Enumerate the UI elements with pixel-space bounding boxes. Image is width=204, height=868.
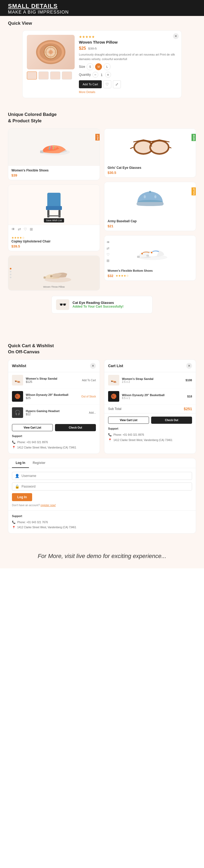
quantity-increase[interactable]: + bbox=[105, 72, 111, 78]
wishlist-item-3: 🎧 Hyperx Gaming Headset $12 Add... bbox=[8, 405, 100, 421]
product-side-icons: 👁 ⇄ ♡ ⊞ bbox=[106, 240, 110, 263]
heart-icon[interactable]: ♡ bbox=[24, 227, 27, 231]
bottom-shoes-illustration bbox=[133, 241, 170, 262]
username-input[interactable] bbox=[22, 474, 189, 478]
heart-icon2[interactable]: ♡ bbox=[106, 253, 110, 256]
glasses-name: Girls' Cat Eye Glasses bbox=[108, 166, 193, 169]
right-product-column: NEW Girls' Cat Eye Glasses $30.5 bbox=[104, 128, 196, 290]
cart-checkout-button[interactable]: Check Out bbox=[151, 416, 192, 424]
product-rating: ★★★★★ bbox=[79, 35, 177, 39]
svg-line-24 bbox=[169, 147, 171, 149]
eye-icon[interactable]: 👁 bbox=[106, 240, 110, 244]
wishlist-item-3-action[interactable]: Add... bbox=[89, 411, 96, 414]
cart-icon[interactable]: ⊞ bbox=[30, 227, 33, 231]
support-address: 1412 Clarke Street West, Vandenberg (CA)… bbox=[17, 445, 76, 450]
toast-product-icon: 🕶️ bbox=[56, 299, 69, 310]
quantity-decrease[interactable]: − bbox=[93, 72, 98, 78]
wishlist-item-1-action[interactable]: Add To Cart bbox=[82, 379, 96, 382]
shoes-info: Women's Flexible Shoes $39 bbox=[8, 166, 100, 180]
add-to-cart-button[interactable]: Add To Cart bbox=[79, 80, 102, 88]
cart-item-1-name: Women's Strap Sandal bbox=[122, 377, 183, 380]
quantity-selector: Quantity − 1 + bbox=[79, 72, 177, 78]
cart-icon2[interactable]: ⊞ bbox=[106, 259, 110, 263]
products-grid: HOT Women's Flexible Shoes $39 bbox=[8, 128, 196, 290]
nav-dot-active[interactable] bbox=[10, 268, 11, 269]
thumbnail-2[interactable] bbox=[38, 71, 48, 80]
chair-illustration bbox=[41, 190, 67, 219]
thumbnail-1[interactable] bbox=[27, 71, 37, 80]
wishlist-close-button[interactable]: ✕ bbox=[90, 363, 96, 369]
nav-dot-3[interactable] bbox=[10, 277, 11, 278]
product-old-price: $30.5 bbox=[88, 46, 97, 51]
size-l[interactable]: L bbox=[104, 63, 110, 70]
wishlist-title: Wishlist bbox=[12, 364, 26, 368]
cart-close-button[interactable]: ✕ bbox=[186, 363, 192, 369]
wishlist-item-1-price: $125 bbox=[26, 380, 79, 383]
wishlist-icon[interactable]: ♡ bbox=[103, 80, 111, 88]
compare-icon[interactable]: ⇄ bbox=[18, 227, 21, 231]
cart-item-1-qty: 2.5 x 2 bbox=[122, 380, 183, 383]
pillow-illustration bbox=[35, 39, 67, 65]
cart-phone-icon: 📞 bbox=[108, 432, 112, 438]
bottom-shoes-name: Women's Flexible Bottom Shoes bbox=[104, 268, 196, 272]
footer: For More, visit live demo for exciting e… bbox=[0, 541, 204, 568]
chair-rating: ★★★★☆ bbox=[11, 236, 96, 240]
cart-support-phone-row: 📞 Phone: +01 643 321 8976 bbox=[108, 432, 192, 438]
product-card-glasses: NEW Girls' Cat Eye Glasses $30.5 bbox=[104, 128, 196, 178]
cart-item-2-name: Wilson Dynasty 29" Basketball bbox=[122, 394, 184, 397]
checkout-button[interactable]: Check Out bbox=[55, 424, 96, 431]
glasses-info: Girls' Cat Eye Glasses $30.5 bbox=[104, 163, 196, 177]
wishlist-item-2-action[interactable]: Out of Stock bbox=[81, 395, 96, 398]
view-cart-button[interactable]: View Cart List bbox=[12, 424, 53, 431]
share-icon[interactable]: ⤢ bbox=[113, 80, 121, 88]
login-button[interactable]: Log In bbox=[12, 493, 32, 501]
nav-dot-1[interactable] bbox=[10, 271, 11, 272]
bottom-shoes-rating: ★★★★☆ bbox=[115, 274, 129, 278]
chair-actions: 👁 ⇄ ♡ ⊞ bbox=[8, 225, 100, 234]
pillow-label: Woven Throw Pillow bbox=[43, 285, 65, 288]
nav-dot-2[interactable] bbox=[10, 274, 11, 275]
password-input[interactable] bbox=[22, 485, 189, 488]
wishlist-footer: View Cart List Check Out Support 📞 Phone… bbox=[8, 421, 100, 454]
compare-icon2[interactable]: ⇄ bbox=[106, 246, 110, 250]
cart-toast: 🕶️ Cat Eye Reading Glasses Added To Your… bbox=[52, 296, 152, 313]
register-link[interactable]: register now! bbox=[41, 504, 56, 507]
cart-title: Cart List bbox=[108, 364, 123, 368]
offcanvas-grid: Wishlist ✕ 👡 Women's Strap Sandal $125 A… bbox=[8, 360, 196, 533]
cart-location-icon: 📍 bbox=[108, 438, 112, 443]
side-navigation bbox=[10, 268, 11, 278]
cart-item-2: 🏀 Wilson Dynasty 29" Basketball 8.5 x 1 … bbox=[104, 389, 196, 405]
thumbnail-4[interactable] bbox=[62, 71, 72, 80]
tab-login[interactable]: Log In bbox=[12, 458, 29, 468]
cart-view-button[interactable]: View Cart List bbox=[108, 416, 149, 424]
cart-support-title: Support bbox=[108, 427, 192, 431]
quantity-control: − 1 + bbox=[93, 72, 111, 78]
size-s[interactable]: S bbox=[87, 63, 94, 70]
wishlist-header: Wishlist ✕ bbox=[8, 360, 100, 372]
pillow-wishlist-illustration bbox=[37, 261, 71, 285]
thumbnail-3[interactable] bbox=[50, 71, 60, 80]
close-button[interactable]: ✕ bbox=[173, 33, 179, 39]
offcanvas-label: Quick Cart & Wishlist On Off-Canvas bbox=[8, 343, 196, 355]
more-details-link[interactable]: More Details bbox=[79, 90, 177, 94]
header-line2: MAKE A BIG IMPRESSION bbox=[8, 9, 196, 15]
bottom-shoes-price-row: $32 ★★★★☆ bbox=[104, 272, 196, 280]
svg-rect-10 bbox=[40, 151, 43, 153]
account-location-icon: 📍 bbox=[12, 525, 16, 530]
cart-item-1: 👡 Women's Strap Sandal 2.5 x 2 $108 bbox=[104, 372, 196, 389]
size-m[interactable]: M bbox=[95, 63, 102, 70]
toast-message: Added To Your Cart Successfully! bbox=[72, 305, 124, 308]
cart-toast-wrap: 🕶️ Cat Eye Reading Glasses Added To Your… bbox=[8, 296, 196, 313]
account-support: Support 📞 Phone: +01 643 321 7676 📍 1412… bbox=[8, 510, 196, 533]
cart-btn-row: View Cart List Check Out bbox=[108, 416, 192, 424]
wishlist-item-1-info: Women's Strap Sandal $125 bbox=[26, 377, 79, 383]
chair-price: $39.5 bbox=[11, 244, 96, 248]
footer-text: For More, visit live demo for exciting e… bbox=[8, 552, 196, 560]
chair-image-wrap: Save Wish List bbox=[8, 185, 100, 225]
view-icon[interactable]: 👁 bbox=[11, 227, 15, 231]
tab-register[interactable]: Register bbox=[29, 458, 49, 468]
svg-rect-18 bbox=[50, 275, 52, 277]
register-note: Don't have an account? register now! bbox=[12, 504, 192, 507]
shoes-name: Women's Flexible Shoes bbox=[11, 168, 96, 172]
svg-line-23 bbox=[130, 147, 133, 149]
